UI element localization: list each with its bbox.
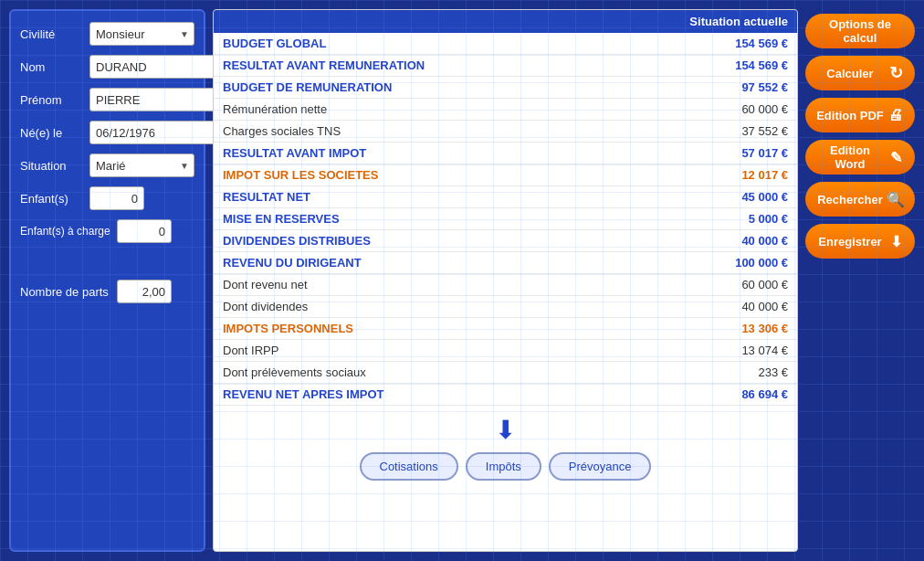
row-value: 57 017 € — [622, 143, 797, 164]
row-value: 13 306 € — [622, 318, 797, 340]
edition-word-button[interactable]: Edition Word ✎ — [805, 140, 915, 175]
parts-input[interactable] — [117, 280, 172, 303]
down-arrow-icon: ⬇ — [495, 415, 516, 445]
row-label: Rémunération nette — [214, 99, 622, 121]
nom-row: Nom — [20, 55, 194, 79]
parts-row: Nombre de parts — [20, 280, 194, 303]
row-label: BUDGET GLOBAL — [214, 33, 622, 55]
table-row: Charges sociales TNS 37 552 € — [214, 121, 797, 143]
enregistrer-icon: ⬇ — [886, 231, 906, 251]
edition-pdf-icon: 🖨 — [886, 105, 906, 125]
civilite-select-wrapper[interactable]: Monsieur Madame — [89, 22, 194, 46]
nele-row: Né(e) le 📅 — [20, 121, 194, 144]
calculer-icon: ↻ — [886, 63, 906, 83]
table-row: REVENU NET APRES IMPOT 86 694 € — [214, 384, 797, 406]
row-value: 60 000 € — [622, 274, 797, 296]
enfants-charge-row: Enfant(s) à charge — [20, 219, 194, 243]
table-row: IMPOT SUR LES SOCIETES 12 017 € — [214, 164, 797, 186]
row-label: Dont dividendes — [214, 296, 622, 318]
enfants-charge-label: Enfant(s) à charge — [20, 225, 111, 238]
row-value: 40 000 € — [622, 296, 797, 318]
row-label: RESULTAT NET — [214, 186, 622, 208]
row-label: RESULTAT AVANT IMPOT — [214, 143, 622, 164]
cotisations-button[interactable]: Cotisations — [360, 452, 458, 481]
table-row: RESULTAT NET 45 000 € — [214, 186, 797, 208]
impots-button[interactable]: Impôts — [466, 452, 541, 481]
calculer-label: Calculer — [814, 67, 886, 80]
nom-label: Nom — [20, 60, 84, 74]
options-calcul-button[interactable]: Options de calcul — [805, 14, 915, 48]
left-panel: Civilité Monsieur Madame Nom Prénom Né(e… — [9, 9, 205, 552]
enfants-label: Enfant(s) — [20, 192, 84, 206]
enregistrer-button[interactable]: Enregistrer ⬇ — [805, 224, 915, 259]
row-label: REVENU DU DIRIGEANT — [214, 252, 622, 274]
main-layout: Civilité Monsieur Madame Nom Prénom Né(e… — [0, 0, 924, 561]
row-label: MISE EN RESERVES — [214, 208, 622, 230]
table-row: Dont prélèvements sociaux 233 € — [214, 362, 797, 384]
situation-select-wrapper[interactable]: Célibataire Marié Pacsé Divorcé — [89, 153, 194, 177]
row-label: IMPOTS PERSONNELS — [214, 318, 622, 340]
row-value: 37 552 € — [622, 121, 797, 143]
enfants-input[interactable] — [89, 186, 144, 210]
row-label: IMPOT SUR LES SOCIETES — [214, 164, 622, 186]
table-header: Situation actuelle — [214, 10, 797, 33]
options-calcul-label: Options de calcul — [814, 17, 906, 45]
row-label: BUDGET DE REMUNERATION — [214, 77, 622, 99]
table-row: RESULTAT AVANT REMUNERATION 154 569 € — [214, 55, 797, 77]
situation-label: Situation — [20, 159, 84, 173]
row-label: REVENU NET APRES IMPOT — [214, 384, 622, 406]
rechercher-icon: 🔍 — [886, 189, 906, 209]
situation-select[interactable]: Célibataire Marié Pacsé Divorcé — [89, 153, 194, 177]
rechercher-label: Rechercher — [814, 193, 886, 206]
row-value: 13 074 € — [622, 340, 797, 362]
table-row: DIVIDENDES DISTRIBUES 40 000 € — [214, 230, 797, 252]
row-label: Dont IRPP — [214, 340, 622, 362]
table-row: MISE EN RESERVES 5 000 € — [214, 208, 797, 230]
row-value: 40 000 € — [622, 230, 797, 252]
prenom-label: Prénom — [20, 93, 84, 107]
row-value: 154 569 € — [622, 55, 797, 77]
table-row: Dont revenu net 60 000 € — [214, 274, 797, 296]
prevoyance-button[interactable]: Prévoyance — [549, 452, 652, 481]
table-row: IMPOTS PERSONNELS 13 306 € — [214, 318, 797, 340]
bottom-btn-row: Cotisations Impôts Prévoyance — [360, 452, 652, 481]
right-panel: Options de calcul Calculer ↻ Edition PDF… — [805, 9, 915, 552]
situation-row: Situation Célibataire Marié Pacsé Divorc… — [20, 153, 194, 177]
table-row: RESULTAT AVANT IMPOT 57 017 € — [214, 143, 797, 164]
edition-word-icon: ✎ — [886, 147, 906, 167]
center-panel: Situation actuelle BUDGET GLOBAL 154 569… — [213, 9, 798, 552]
row-label: Charges sociales TNS — [214, 121, 622, 143]
prenom-row: Prénom — [20, 88, 194, 111]
enfants-row: Enfant(s) — [20, 186, 194, 210]
civilite-select[interactable]: Monsieur Madame — [89, 22, 194, 46]
row-label: DIVIDENDES DISTRIBUES — [214, 230, 622, 252]
rechercher-button[interactable]: Rechercher 🔍 — [805, 182, 915, 217]
row-value: 86 694 € — [622, 384, 797, 406]
row-value: 60 000 € — [622, 99, 797, 121]
row-value: 100 000 € — [622, 252, 797, 274]
row-label: Dont prélèvements sociaux — [214, 362, 622, 384]
row-value: 12 017 € — [622, 164, 797, 186]
edition-word-label: Edition Word — [814, 143, 886, 171]
row-value: 154 569 € — [622, 33, 797, 55]
civilite-label: Civilité — [20, 27, 84, 41]
enfants-charge-input[interactable] — [117, 219, 172, 243]
table-row: Dont dividendes 40 000 € — [214, 296, 797, 318]
table-row: BUDGET DE REMUNERATION 97 552 € — [214, 77, 797, 99]
civilite-row: Civilité Monsieur Madame — [20, 22, 194, 46]
enregistrer-label: Enregistrer — [814, 235, 886, 249]
row-label: RESULTAT AVANT REMUNERATION — [214, 55, 622, 77]
row-label: Dont revenu net — [214, 274, 622, 296]
table-row: BUDGET GLOBAL 154 569 € — [214, 33, 797, 55]
edition-pdf-label: Edition PDF — [814, 109, 886, 122]
parts-label: Nombre de parts — [20, 285, 111, 299]
edition-pdf-button[interactable]: Edition PDF 🖨 — [805, 98, 915, 132]
table-row: Dont IRPP 13 074 € — [214, 340, 797, 362]
row-value: 233 € — [622, 362, 797, 384]
calculer-button[interactable]: Calculer ↻ — [805, 56, 915, 90]
row-value: 45 000 € — [622, 186, 797, 208]
bottom-buttons-area: ⬇ Cotisations Impôts Prévoyance — [214, 406, 797, 490]
table-row: Rémunération nette 60 000 € — [214, 99, 797, 121]
table-row: REVENU DU DIRIGEANT 100 000 € — [214, 252, 797, 274]
data-table: BUDGET GLOBAL 154 569 € RESULTAT AVANT R… — [214, 33, 797, 406]
